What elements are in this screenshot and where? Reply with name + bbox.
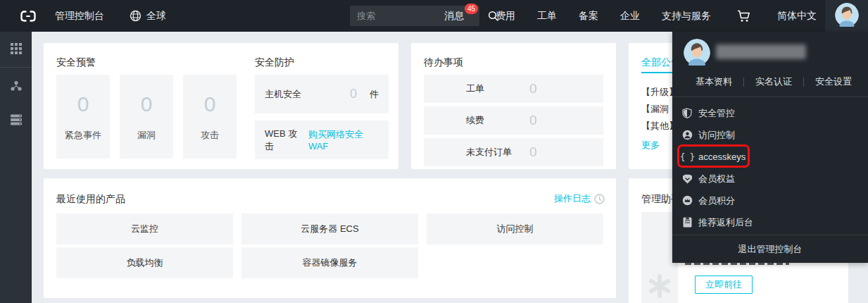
topbar: 管理控制台 全球 消息 45 费用 (0, 0, 868, 32)
attack-label: 攻击 (201, 129, 219, 142)
nav-support[interactable]: 支持与服务 (662, 10, 711, 23)
todo-unpaid-label: 未支付订单 (466, 146, 512, 159)
real-name-verification-link[interactable]: 实名认证 (755, 75, 792, 88)
product-ecs[interactable]: 云服务器 ECS (241, 214, 418, 245)
host-security-unit: 件 (370, 88, 379, 101)
web-attack-row: WEB 攻击 购买网络安全 WAF (255, 120, 389, 159)
product-cloud-monitor[interactable]: 云监控 (56, 214, 233, 245)
todo-row-tickets[interactable]: 工单 0 (424, 75, 603, 103)
nav-enterprise[interactable]: 企业 (620, 10, 640, 23)
menu-item-referral-rebate[interactable]: 推荐返利后台 (672, 211, 868, 233)
emergency-count: 0 (77, 92, 89, 116)
menu-item-security-control[interactable]: 安全管控 (672, 102, 868, 124)
apps-grid-icon (10, 42, 23, 55)
menu-item-access-control[interactable]: 访问控制 (672, 124, 868, 146)
buy-waf-link[interactable]: 购买网络安全 WAF (308, 128, 379, 152)
security-alert-title: 安全预警 (56, 56, 96, 69)
announcement-more-link[interactable]: 更多 (641, 139, 660, 152)
nav-language[interactable]: 简体中文 (777, 10, 817, 23)
todo-unpaid-count: 0 (529, 144, 537, 160)
logout-button[interactable]: 退出管理控制台 (672, 235, 868, 263)
region-selector[interactable]: 全球 (130, 10, 166, 23)
operation-log-link[interactable]: 操作日志 (554, 192, 605, 205)
web-attack-label: WEB 攻击 (265, 128, 303, 153)
vulnerability-count: 0 (141, 92, 153, 116)
shield-icon (681, 108, 693, 118)
tab-divider (803, 78, 804, 87)
resource-cluster-icon (10, 80, 23, 92)
product-slb[interactable]: 负载均衡 (56, 247, 233, 278)
console-home-page: 管理控制台 全球 消息 45 费用 (0, 0, 868, 303)
tile-vulnerability[interactable]: 0 漏洞 (120, 75, 173, 159)
sidebar (0, 32, 32, 303)
todo-tickets-count: 0 (529, 81, 537, 97)
alibaba-cloud-logo-icon[interactable] (20, 9, 37, 23)
asterisk-icon (648, 274, 672, 298)
nav-messages[interactable]: 消息 45 (444, 10, 464, 23)
nav-billing[interactable]: 费用 (496, 10, 515, 23)
server-list-icon (10, 114, 23, 125)
menu-item-accesskeys[interactable]: { } accesskeys (672, 146, 868, 168)
menu-item-label: accesskeys (698, 152, 746, 162)
todo-rows: 工单 0 续费 0 未支付订单 0 (424, 75, 603, 166)
nav-tickets[interactable]: 工单 (537, 10, 557, 23)
todo-renewal-label: 续费 (466, 114, 484, 127)
topbar-nav: 消息 45 费用 工单 备案 企业 支持与服务 简体中文 (444, 0, 817, 32)
console-title[interactable]: 管理控制台 (55, 10, 104, 23)
host-security-label: 主机安全 (265, 88, 301, 101)
basic-profile-link[interactable]: 基本资料 (696, 75, 732, 88)
sidebar-server-list-button[interactable] (0, 103, 32, 137)
product-grid: 云监控 云服务器 ECS 访问控制 负载均衡 容器镜像服务 (56, 214, 603, 278)
go-now-button[interactable]: 立即前往 (695, 276, 753, 294)
sidebar-resource-cluster-button[interactable] (0, 69, 32, 103)
dropdown-divider (672, 97, 868, 97)
product-ram[interactable]: 访问控制 (427, 214, 603, 245)
menu-item-member-points[interactable]: 会员积分 (672, 190, 868, 211)
globe-icon (130, 10, 141, 22)
security-alert-tiles: 0 紧急事件 0 漏洞 0 攻击 (56, 75, 237, 159)
recent-products-card: 最近使用的产品 操作日志 云监控 云服务器 ECS 访问控制 负载均衡 容器镜像… (44, 178, 616, 298)
security-settings-link[interactable]: 安全设置 (815, 75, 852, 88)
menu-item-label: 推荐返利后台 (698, 216, 753, 229)
todo-title: 待办事项 (424, 56, 463, 69)
rebate-icon (681, 217, 693, 228)
sidebar-divider (0, 67, 32, 68)
emergency-label: 紧急事件 (65, 129, 101, 142)
clock-icon (594, 194, 605, 204)
username-redacted (716, 44, 806, 59)
dropdown-avatar (684, 39, 710, 68)
host-security-count: 0 (350, 87, 357, 101)
product-container-registry[interactable]: 容器镜像服务 (241, 247, 418, 278)
todo-row-renewal[interactable]: 续费 0 (424, 106, 603, 135)
todo-row-unpaid-orders[interactable]: 未支付订单 0 (424, 138, 603, 166)
tab-divider (743, 78, 744, 87)
host-security-row[interactable]: 主机安全 0 件 (255, 75, 389, 113)
nav-messages-label: 消息 (444, 10, 464, 21)
dropdown-menu-list: 安全管控 访问控制 { } accesskeys (672, 102, 868, 233)
avatar (835, 3, 859, 29)
security-card: 安全预警 0 紧急事件 0 漏洞 0 攻击 安全防护 主机安全 0 件 WEB … (44, 43, 398, 169)
account-links: 基本资料 实名认证 安全设置 (696, 75, 852, 88)
tile-attack[interactable]: 0 攻击 (183, 75, 237, 159)
menu-item-label: 安全管控 (698, 107, 735, 120)
member-points-icon (681, 195, 693, 206)
region-label: 全球 (146, 10, 166, 23)
recent-products-title: 最近使用的产品 (56, 193, 125, 206)
menu-item-label: 访问控制 (698, 129, 735, 142)
user-avatar-button[interactable] (825, 0, 868, 32)
user-dropdown-menu: 基本资料 实名认证 安全设置 安全管控 (672, 32, 868, 263)
todo-tickets-label: 工单 (466, 82, 484, 95)
cart-icon (737, 10, 751, 23)
cart-button[interactable] (737, 10, 751, 23)
user-icon (681, 130, 693, 140)
messages-badge: 45 (465, 4, 478, 14)
todo-renewal-count: 0 (529, 113, 537, 128)
sidebar-apps-grid-button[interactable] (0, 32, 32, 66)
menu-item-label: 会员权益 (698, 173, 735, 185)
menu-item-label: 会员积分 (698, 194, 735, 207)
accesskey-icon: { } (681, 152, 693, 162)
menu-item-member-benefits[interactable]: 会员权益 (672, 168, 868, 190)
nav-icp[interactable]: 备案 (579, 10, 598, 23)
tile-emergency[interactable]: 0 紧急事件 (56, 75, 110, 159)
attack-count: 0 (204, 92, 216, 116)
